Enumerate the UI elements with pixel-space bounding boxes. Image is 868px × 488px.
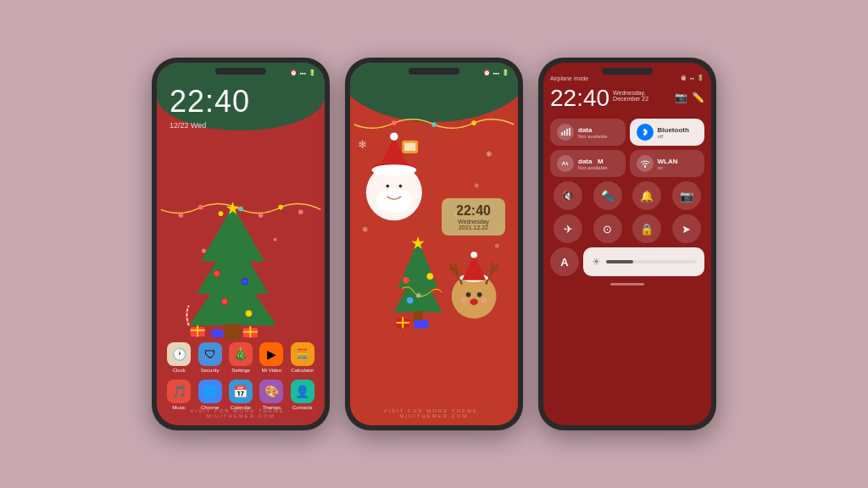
svg-point-32 [371,164,416,175]
svg-point-1 [198,205,203,210]
chrome-icon: 🌐 [198,380,222,403]
wlan-tile-text: WLAN on [658,158,698,170]
app-row-2: 🎵 Music 🌐 Chrome 📅 Calendar 🎨 Themes 👤 [164,380,318,410]
svg-rect-10 [225,324,241,340]
phone2: ⏰ ▪▪▪ 🔋 [345,58,523,430]
svg-point-12 [214,270,220,277]
svg-rect-65 [414,320,428,328]
cc-tile-wlan[interactable]: WLAN on [630,150,705,177]
svg-text:❄: ❄ [454,212,459,217]
p2-signal-icon: ▪▪▪ [493,70,499,76]
brightness-bar [606,260,696,263]
mute-button[interactable]: 🔇 [554,181,582,210]
cc-edit-icon[interactable]: ✏️ [692,92,704,103]
app-contacts[interactable]: 👤 Contacts [287,380,318,410]
bluetooth-tile-label: Bluetooth [658,126,698,134]
svg-point-15 [246,310,253,317]
svg-point-69 [644,166,646,168]
app-calendar[interactable]: 📅 Calendar [225,380,256,410]
home-indicator [610,283,644,286]
svg-text:❄: ❄ [362,225,369,234]
themes-icon: 🎨 [259,380,283,403]
svg-text:❄: ❄ [273,237,277,242]
bluetooth-icon [637,124,654,141]
cc-clock-row: 22:40 Wednesday, December 22 📷 ✏️ [550,85,704,112]
cc-mode-row: ✈ ⊙ 🔒 ➤ [550,214,704,243]
phone1-clock: 22:40 12/22 Wed [170,84,250,130]
svg-marker-9 [189,262,277,325]
cc-time: 22:40 [550,85,609,112]
svg-point-60 [407,297,414,304]
battery-icon: 🔋 [309,69,316,76]
svg-point-59 [427,273,434,280]
app-chrome[interactable]: 🌐 Chrome [195,380,225,410]
screen-record-button[interactable]: 📷 [672,181,701,210]
cc-date-col: Wednesday, December 22 [613,90,648,102]
svg-rect-43 [404,143,415,151]
phone1-date: 12/22 Wed [170,121,250,130]
bell-button[interactable]: 🔔 [632,181,661,210]
svg-point-26 [431,122,437,127]
airplane-button[interactable]: ✈ [554,214,582,243]
svg-point-58 [403,277,409,284]
focus-button[interactable]: ⊙ [593,214,622,243]
svg-point-50 [481,297,488,304]
data-tile-label: data [578,126,619,134]
cc-top-icons: 📷 ✏️ [675,92,704,103]
airplane-label: Airplane mode [550,75,588,81]
wlan-icon [637,155,654,172]
cc-small-row: 🔇 🔦 🔔 📷 [550,181,704,210]
flashlight-button[interactable]: 🔦 [593,181,622,210]
svg-point-14 [221,298,228,305]
location-button[interactable]: ➤ [672,214,701,243]
brightness-control[interactable]: ☀ [583,247,704,276]
cc-status-icons: ⏰ ▪▪ 🔋 [680,75,704,81]
svg-text:❄: ❄ [494,242,500,250]
cc-fulldate: December 22 [613,96,648,102]
cc-camera-icon[interactable]: 📷 [675,92,687,103]
brightness-fill [606,260,633,263]
bluetooth-tile-text: Bluetooth off [658,126,698,139]
svg-point-47 [477,292,482,297]
svg-rect-20 [191,330,205,331]
notch3 [602,68,653,75]
cc-tile-bluetooth[interactable]: Bluetooth off [630,119,705,146]
app-music[interactable]: 🎵 Music [164,380,194,410]
phone3: Airplane mode ⏰ ▪▪ 🔋 22:40 Wednesday, De… [538,58,716,430]
svg-point-49 [460,297,467,304]
svg-point-4 [259,213,264,218]
svg-point-38 [376,188,411,212]
p2-alarm-icon: ⏰ [483,69,491,76]
data2-icon [557,155,574,172]
wlan-tile-label: WLAN [658,158,698,165]
lock-button[interactable]: 🔒 [632,214,661,243]
svg-point-13 [242,279,248,286]
watermark: VISIT FOR MORE THEME - MIUITHEMER.COM [157,408,325,419]
cc-tile-data[interactable]: data Not available [550,119,626,146]
svg-point-3 [238,207,243,212]
data2-tile-text: data M Not available [578,158,619,170]
contacts-icon: 👤 [291,380,314,403]
svg-text:❄: ❄ [486,149,492,158]
cc-status-bar: Airplane mode ⏰ ▪▪ 🔋 [550,75,704,81]
a-button[interactable]: A [550,247,579,276]
phone1-time: 22:40 [170,84,250,119]
svg-point-35 [386,185,389,188]
alarm-icon: ⏰ [290,69,298,76]
svg-point-2 [219,211,224,216]
data-tile-text: data Not available [578,126,619,139]
bluetooth-tile-sub: off [658,134,698,139]
status-icons: ⏰ ▪▪▪ 🔋 [290,69,316,76]
svg-rect-64 [397,322,409,324]
santa-svg: ❄ ❄ ❄ [350,114,518,359]
cc-weekday: Wednesday, [613,90,648,96]
svg-rect-24 [243,331,258,333]
svg-point-25 [392,120,397,125]
svg-marker-52 [462,255,486,280]
cc-tile-data2[interactable]: data M Not available [550,150,626,177]
data-icon [557,124,574,141]
data2-tile-sub: Not available [578,165,619,170]
notch1 [215,68,266,75]
p2-status-icons: ⏰ ▪▪▪ 🔋 [483,69,509,76]
app-themes[interactable]: 🎨 Themes [256,380,287,410]
